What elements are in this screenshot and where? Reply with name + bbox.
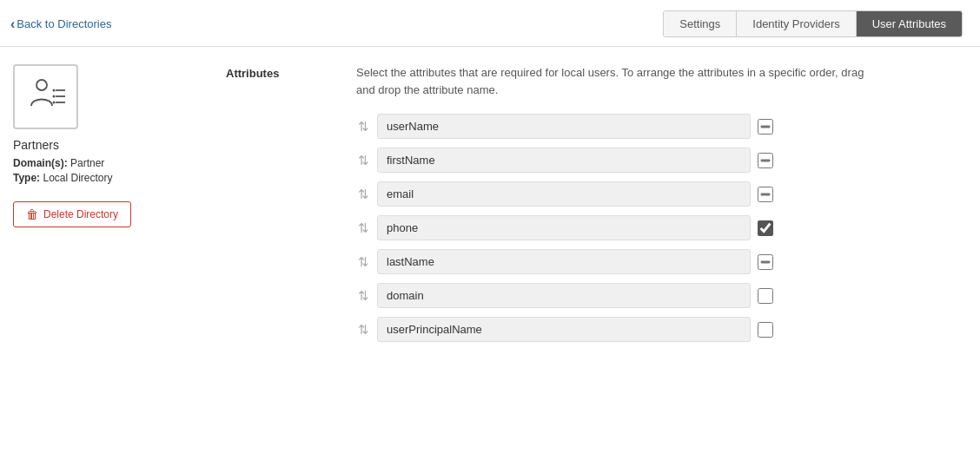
attribute-name-field: lastName [377, 249, 751, 274]
attribute-row: ⇅userName [356, 114, 954, 139]
tab-settings[interactable]: Settings [664, 11, 737, 36]
sidebar: Partners Domain(s): Partner Type: Local … [0, 64, 174, 368]
tab-identity-providers[interactable]: Identity Providers [737, 11, 856, 36]
attribute-name-field: email [377, 181, 751, 207]
attribute-name-field: domain [377, 283, 751, 308]
attribute-row: ⇅lastName [356, 249, 954, 274]
trash-icon: 🗑 [26, 207, 38, 221]
main-content: Partners Domain(s): Partner Type: Local … [0, 47, 980, 368]
attributes-description: Select the attributes that are required … [356, 64, 877, 98]
attribute-name-field: userPrincipalName [377, 317, 751, 342]
attribute-name-field: firstName [377, 148, 751, 173]
attribute-checkbox[interactable] [758, 119, 773, 135]
tab-user-attributes[interactable]: User Attributes [857, 11, 962, 36]
attribute-checkbox[interactable] [758, 187, 773, 202]
attribute-checkbox[interactable] [758, 220, 773, 236]
attribute-checkbox[interactable] [758, 288, 773, 304]
tab-group: Settings Identity Providers User Attribu… [663, 10, 963, 37]
svg-point-5 [52, 95, 55, 98]
svg-point-6 [52, 102, 55, 104]
attributes-section: Attributes Select the attributes that ar… [226, 64, 954, 351]
attribute-row: ⇅phone [356, 215, 954, 240]
drag-handle-icon[interactable]: ⇅ [356, 288, 370, 304]
attribute-checkbox[interactable] [758, 254, 773, 270]
attribute-checkbox[interactable] [758, 322, 773, 338]
domain-meta: Domain(s): Partner [13, 157, 161, 169]
directory-icon [13, 64, 78, 129]
attribute-row: ⇅email [356, 181, 954, 207]
svg-point-0 [36, 80, 47, 90]
drag-handle-icon[interactable]: ⇅ [356, 322, 370, 338]
back-to-directories-link[interactable]: Back to Directories [10, 16, 111, 32]
drag-handle-icon[interactable]: ⇅ [356, 187, 370, 202]
attribute-name-field: userName [377, 114, 751, 139]
drag-handle-icon[interactable]: ⇅ [356, 153, 370, 168]
drag-handle-icon[interactable]: ⇅ [356, 220, 370, 236]
content-area: Attributes Select the attributes that ar… [174, 64, 980, 368]
section-label: Attributes [226, 64, 330, 351]
drag-handle-icon[interactable]: ⇅ [356, 254, 370, 270]
directory-name: Partners [13, 138, 161, 152]
section-body: Select the attributes that are required … [356, 64, 954, 351]
attribute-row: ⇅firstName [356, 148, 954, 173]
type-meta: Type: Local Directory [13, 172, 161, 184]
attribute-checkbox[interactable] [758, 153, 773, 168]
attribute-row: ⇅userPrincipalName [356, 317, 954, 342]
attribute-row: ⇅domain [356, 283, 954, 308]
drag-handle-icon[interactable]: ⇅ [356, 119, 370, 135]
delete-directory-button[interactable]: 🗑 Delete Directory [13, 201, 131, 227]
header: Back to Directories Settings Identity Pr… [0, 0, 980, 47]
attribute-name-field: phone [377, 215, 751, 240]
svg-point-4 [52, 89, 55, 92]
attributes-list: ⇅userName⇅firstName⇅email⇅phone⇅lastName… [356, 114, 954, 342]
